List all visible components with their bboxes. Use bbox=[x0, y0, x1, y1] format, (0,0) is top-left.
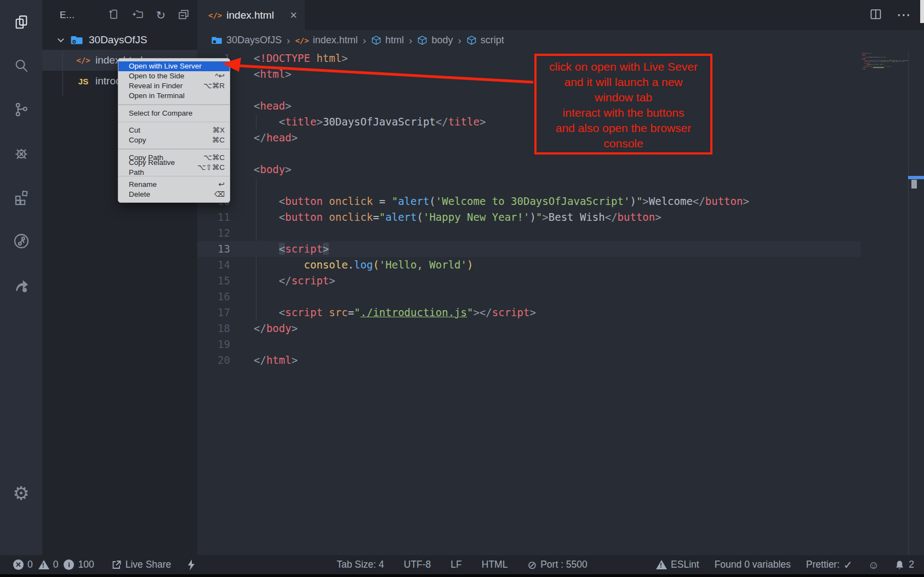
language-indicator[interactable]: HTML bbox=[482, 559, 508, 570]
breadcrumb-item-html[interactable]: html bbox=[371, 35, 404, 46]
code-line[interactable]: 6</head> bbox=[197, 130, 860, 146]
menu-item-open-in-terminal[interactable]: Open in Terminal bbox=[118, 91, 230, 101]
error-icon: ✕ bbox=[13, 559, 24, 570]
breadcrumb-item-script[interactable]: script bbox=[466, 35, 504, 46]
variables-status[interactable]: Found 0 variables bbox=[715, 559, 791, 570]
source-control-icon[interactable] bbox=[0, 88, 42, 132]
folder-icon bbox=[211, 35, 223, 46]
code-line[interactable]: 3 bbox=[197, 82, 860, 98]
code-line[interactable]: 17 <script src="./introduction.js"></scr… bbox=[197, 305, 860, 321]
menu-item-delete[interactable]: Delete⌫ bbox=[118, 190, 230, 199]
code-line[interactable]: 20</html> bbox=[197, 352, 860, 368]
breadcrumb-separator: › bbox=[458, 35, 461, 47]
line-number: 15 bbox=[197, 273, 230, 289]
breadcrumb-item-folder[interactable]: 30DaysOfJS bbox=[211, 35, 282, 46]
menu-item-copy[interactable]: Copy⌘C bbox=[118, 135, 230, 145]
context-menu: Open with Live ServerOpen to the Side^↩R… bbox=[118, 58, 230, 203]
extensions-icon[interactable] bbox=[0, 175, 42, 219]
tab-size-indicator[interactable]: Tab Size: 4 bbox=[336, 559, 384, 570]
line-number: 11 bbox=[197, 209, 230, 225]
breadcrumb-item-file[interactable]: </> index.html bbox=[295, 35, 357, 46]
prettier-status[interactable]: Prettier: ✓ bbox=[806, 559, 853, 570]
settings-gear-icon[interactable]: ⚙ bbox=[0, 476, 42, 511]
notifications-bell[interactable]: 2 bbox=[894, 559, 914, 570]
breadcrumb-item-body[interactable]: body bbox=[417, 35, 453, 46]
menu-item-open-to-the-side[interactable]: Open to the Side^↩ bbox=[118, 71, 230, 81]
line-number: 17 bbox=[197, 305, 230, 321]
port-indicator[interactable]: ⊘ Port : 5500 bbox=[527, 559, 587, 570]
menu-shortcut: ⌥⌘C bbox=[203, 153, 225, 163]
symbol-cube-icon bbox=[417, 35, 427, 45]
code-line[interactable]: 2<html> bbox=[197, 66, 860, 82]
feedback-smiley-icon[interactable]: ☺ bbox=[868, 559, 879, 570]
live-server-bolt-icon[interactable] bbox=[186, 559, 196, 571]
explorer-icon[interactable] bbox=[0, 0, 42, 44]
line-number: 16 bbox=[197, 289, 230, 305]
code-line[interactable]: 11 <button onclick="alert('Happy New Yea… bbox=[197, 209, 860, 225]
new-file-icon[interactable] bbox=[107, 8, 119, 22]
tab-close-icon[interactable]: × bbox=[290, 9, 297, 21]
menu-item-reveal-in-finder[interactable]: Reveal in Finder⌥⌘R bbox=[118, 81, 230, 91]
collapse-folders-icon[interactable] bbox=[178, 8, 190, 22]
eol-indicator[interactable]: LF bbox=[450, 559, 461, 570]
debug-icon[interactable] bbox=[0, 132, 42, 175]
code-line[interactable]: 16 bbox=[197, 289, 860, 305]
code-line[interactable]: 12 bbox=[197, 225, 860, 241]
problems-warnings[interactable]: ! 0 bbox=[38, 559, 59, 570]
line-number: 12 bbox=[197, 225, 230, 241]
line-number: 19 bbox=[197, 336, 230, 352]
menu-item-select-for-compare[interactable]: Select for Compare bbox=[118, 108, 230, 118]
menu-item-rename[interactable]: Rename↩ bbox=[118, 180, 230, 190]
info-icon: i bbox=[64, 559, 74, 570]
tab-label: index.html bbox=[226, 9, 274, 21]
live-share-button[interactable]: Live Share bbox=[111, 559, 172, 570]
problems-errors[interactable]: ✕ 0 bbox=[13, 559, 33, 570]
menu-shortcut: ⌘X bbox=[212, 125, 225, 135]
line-number: 13 bbox=[197, 241, 230, 257]
menu-shortcut: ^↩ bbox=[215, 71, 225, 81]
code-line[interactable]: 1<!DOCTYPE html> bbox=[197, 50, 860, 66]
code-line[interactable]: 18</body> bbox=[197, 321, 860, 336]
code-line[interactable]: 13 <script> bbox=[197, 241, 860, 257]
refresh-icon[interactable]: ↻ bbox=[156, 9, 166, 21]
code-line[interactable]: 5 <title>30DaysOfJavaScript</title> bbox=[197, 114, 860, 130]
gitlens-icon[interactable] bbox=[0, 219, 42, 263]
tab-index-html[interactable]: </> index.html × bbox=[197, 0, 305, 30]
code-line[interactable]: 8<body> bbox=[197, 162, 860, 178]
code-line[interactable]: 14 console.log('Hello, World') bbox=[197, 257, 860, 273]
activity-bar: ⚙ bbox=[0, 0, 42, 555]
editor-scrollbar-thumb[interactable] bbox=[911, 180, 917, 188]
html-file-icon: </> bbox=[295, 36, 309, 45]
live-share-icon[interactable] bbox=[0, 263, 42, 307]
eslint-status[interactable]: ! ESLint bbox=[656, 559, 699, 570]
menu-item-open-with-live-server[interactable]: Open with Live Server bbox=[118, 61, 230, 71]
search-icon[interactable] bbox=[0, 44, 42, 88]
tabbar-scroll-thumb[interactable] bbox=[920, 0, 924, 23]
minimap[interactable]: <!DOCTYPE html><html><head> <title>30Day… bbox=[862, 53, 908, 129]
tab-bar: </> index.html × ⋯ bbox=[197, 0, 924, 30]
more-actions-icon[interactable]: ⋯ bbox=[897, 7, 912, 24]
folder-label: 30DaysOfJS bbox=[89, 34, 147, 46]
code-line[interactable]: 10 <button onclick = "alert('Welcome to … bbox=[197, 193, 860, 209]
tree-folder-30daysofjs[interactable]: 30DaysOfJS bbox=[42, 30, 197, 50]
line-number: 20 bbox=[197, 352, 230, 368]
html-file-icon: </> bbox=[208, 11, 222, 20]
explorer-title: E... bbox=[60, 10, 75, 21]
code-line[interactable]: 15 </script> bbox=[197, 273, 860, 289]
split-editor-icon[interactable] bbox=[869, 8, 882, 23]
symbol-cube-icon bbox=[371, 35, 381, 45]
overview-ruler-marker bbox=[908, 176, 924, 179]
code-line[interactable]: 9 bbox=[197, 178, 860, 193]
menu-item-cut[interactable]: Cut⌘X bbox=[118, 125, 230, 135]
code-line[interactable]: 19 bbox=[197, 336, 860, 352]
info-count[interactable]: i 100 bbox=[64, 559, 94, 570]
menu-item-copy-relative-path[interactable]: Copy Relative Path⌥⇧⌘C bbox=[118, 163, 230, 173]
code-line[interactable]: 7 bbox=[197, 146, 860, 162]
encoding-indicator[interactable]: UTF-8 bbox=[404, 559, 431, 570]
js-file-icon: JS bbox=[76, 77, 90, 86]
html-file-icon: </> bbox=[76, 56, 90, 65]
folder-icon bbox=[70, 33, 84, 47]
chevron-down-icon bbox=[56, 36, 65, 44]
code-line[interactable]: 4<head> bbox=[197, 98, 860, 114]
new-folder-icon[interactable] bbox=[132, 8, 144, 22]
